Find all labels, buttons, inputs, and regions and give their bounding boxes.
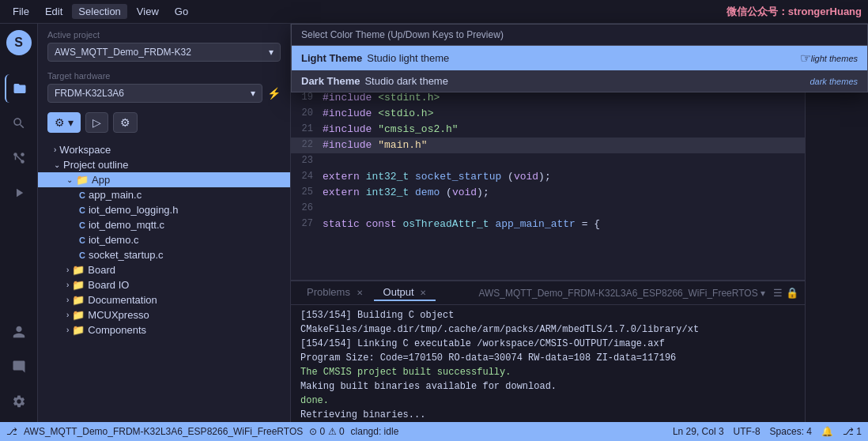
code-line: 26: [291, 201, 805, 217]
chat-icon[interactable]: [5, 352, 33, 381]
line-number: 19: [291, 90, 323, 106]
dark-theme-name: Studio dark theme: [364, 75, 810, 87]
source-control-icon[interactable]: [5, 144, 33, 172]
file-name: iot_demo_mqtt.c: [89, 219, 164, 231]
active-project-label: Active project: [47, 30, 281, 40]
status-encoding[interactable]: UTF-8: [734, 426, 760, 437]
target-dropdown[interactable]: FRDM-K32L3A6 ▾: [47, 84, 262, 103]
folder-name: Board: [88, 264, 115, 276]
workspace-label: Workspace: [59, 144, 111, 156]
boardio-folder[interactable]: › 📁 Board IO: [38, 277, 290, 292]
editor-area: Select Color Theme (Up/Down Keys to Prev…: [291, 24, 868, 422]
status-bell-icon[interactable]: 🔔: [821, 426, 833, 437]
usb-icon[interactable]: ⚡: [267, 87, 281, 100]
output-line: [153/154] Building C object CMakeFiles/i…: [300, 308, 795, 337]
settings-icon[interactable]: [5, 387, 33, 416]
status-branch-count: ⎇ 1: [843, 426, 862, 437]
explorer-icon[interactable]: [5, 74, 33, 103]
folder-icon: 📁: [72, 279, 85, 291]
menu-file[interactable]: File: [6, 4, 36, 19]
code-line: 20 #include <stdio.h>: [291, 106, 805, 122]
menu-go[interactable]: Go: [168, 4, 194, 19]
line-content: extern int32_t socket_startup (void);: [323, 169, 805, 185]
line-content: [323, 201, 805, 217]
status-right: Ln 29, Col 3 UTF-8 Spaces: 4 🔔 ⎇ 1: [673, 426, 862, 437]
file-name: iot_demo_logging.h: [89, 204, 178, 216]
menu-selection[interactable]: Selection: [72, 4, 126, 19]
folder-icon: 📁: [72, 264, 85, 276]
project-outline-item[interactable]: ⌄ Project outline: [38, 157, 290, 172]
dark-theme-option[interactable]: Dark Theme Studio dark theme dark themes: [292, 70, 867, 92]
menu-view[interactable]: View: [130, 4, 165, 19]
light-theme-name: Studio light theme: [367, 52, 793, 64]
project-outline-label: Project outline: [63, 159, 128, 171]
file-socket[interactable]: C socket_startup.c: [38, 247, 290, 262]
line-content: extern int32_t demo (void);: [323, 185, 805, 201]
status-position[interactable]: Ln 29, Col 3: [673, 426, 724, 437]
code-line: 22 #include "main.h": [291, 138, 805, 153]
target-value: FRDM-K32L3A6: [55, 88, 124, 99]
mcux-folder[interactable]: › 📁 MCUXpresso: [38, 307, 290, 322]
code-line: 21 #include "cmsis_os2.h": [291, 122, 805, 138]
theme-dropdown-header: Select Color Theme (Up/Down Keys to Prev…: [292, 24, 867, 46]
light-theme-option[interactable]: Light Theme Studio light theme ☞ light t…: [292, 46, 867, 70]
output-line: Program Size: Code=170150 RO-data=30074 …: [300, 351, 795, 365]
file-iot-demo[interactable]: C iot_demo.c: [38, 232, 290, 247]
tab-close-icon[interactable]: ✕: [357, 288, 363, 297]
docs-folder[interactable]: › 📁 Documentation: [38, 292, 290, 307]
line-number: 22: [291, 138, 323, 153]
run-button[interactable]: ▷: [85, 112, 108, 133]
line-number: 23: [291, 153, 323, 169]
chevron-right-icon: ›: [66, 311, 69, 319]
code-line: 25 extern int32_t demo (void);: [291, 185, 805, 201]
list-icon[interactable]: ☰: [773, 287, 783, 299]
logo-icon: S: [6, 30, 32, 55]
status-icons: ⊙ 0 ⚠ 0: [309, 426, 344, 437]
line-number: 21: [291, 122, 323, 138]
line-number: 26: [291, 201, 323, 217]
status-bar: ⎇ AWS_MQTT_Demo_FRDM-K32L3A6_ESP8266_WiF…: [0, 422, 868, 441]
code-line: 27 static const osThreadAttr_t app_main_…: [291, 217, 805, 232]
target-label: Target hardware: [47, 71, 281, 81]
tab-output[interactable]: Output ✕: [374, 285, 436, 301]
tab-problems[interactable]: Problems ✕: [297, 285, 372, 301]
workspace-item[interactable]: › Workspace: [38, 142, 290, 157]
svg-point-2: [21, 153, 25, 156]
panel-project-label[interactable]: AWS_MQTT_Demo_FRDM-K32L3A6_ESP8266_WiFi_…: [472, 288, 772, 299]
left-panel: Active project AWS_MQTT_Demo_FRDM-K32 ▾ …: [38, 24, 291, 422]
chevron-down-icon: ⌄: [54, 160, 60, 169]
line-number: 20: [291, 106, 323, 122]
run-icon[interactable]: [5, 179, 33, 207]
components-folder[interactable]: › 📁 Components: [38, 322, 290, 337]
line-number: 27: [291, 217, 323, 232]
build-button[interactable]: ⚙ ▾: [47, 112, 81, 133]
menu-edit[interactable]: Edit: [39, 4, 69, 19]
folder-icon: 📁: [72, 294, 85, 306]
project-name: AWS_MQTT_Demo_FRDM-K32: [55, 47, 191, 58]
search-icon[interactable]: [5, 109, 33, 138]
tab-close-icon[interactable]: ✕: [420, 288, 426, 297]
folder-icon: 📁: [76, 174, 89, 186]
file-tree: › Workspace ⌄ Project outline ⌄ 📁 App C …: [38, 139, 290, 422]
status-spaces[interactable]: Spaces: 4: [770, 426, 812, 437]
line-content: #include <stdint.h>: [323, 90, 805, 106]
project-dropdown[interactable]: AWS_MQTT_Demo_FRDM-K32 ▾: [47, 43, 281, 62]
line-number: 25: [291, 185, 323, 201]
c-file-icon: C: [79, 236, 85, 245]
line-content: #include "main.h": [323, 138, 805, 153]
app-folder-item[interactable]: ⌄ 📁 App: [38, 172, 290, 187]
file-iot-mqtt[interactable]: C iot_demo_mqtt.c: [38, 217, 290, 232]
menu-bar: File Edit Selection View Go 微信公众号：strong…: [0, 0, 868, 24]
file-app-main[interactable]: C app_main.c: [38, 187, 290, 202]
user-icon[interactable]: [5, 318, 33, 346]
board-folder[interactable]: › 📁 Board: [38, 262, 290, 277]
code-line: 24 extern int32_t socket_startup (void);: [291, 169, 805, 185]
chevron-down-icon: ▾: [269, 47, 274, 58]
folder-name: Board IO: [88, 279, 129, 291]
action-buttons: ⚙ ▾ ▷ ⚙: [38, 106, 290, 139]
line-content: [323, 153, 805, 169]
file-iot-logging[interactable]: C iot_demo_logging.h: [38, 202, 290, 217]
debug-button[interactable]: ⚙: [113, 112, 138, 133]
status-branch-icon: ⎇: [6, 426, 17, 437]
lock-icon[interactable]: 🔒: [786, 287, 798, 299]
